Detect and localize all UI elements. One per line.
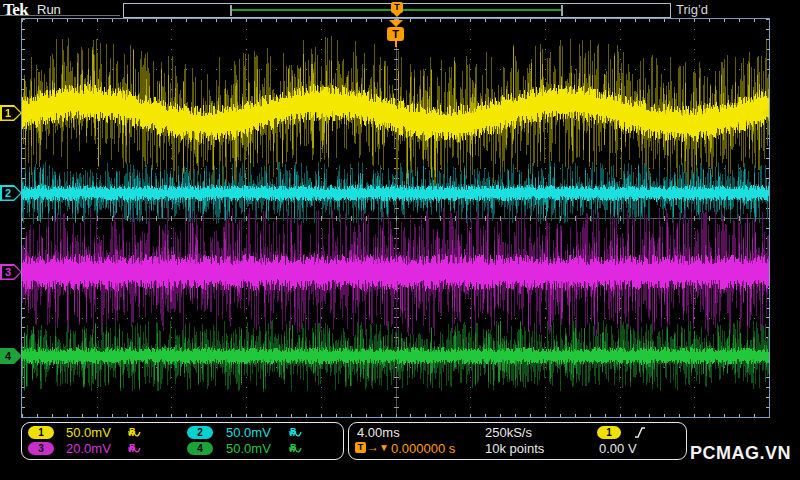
arrow-right-icon: → [367,440,379,454]
tek-logo: Tek [3,0,28,20]
channel-readouts-box: 1 50.0mV BW 2 50.0mV BW 3 20.0mV BW 4 50… [21,422,344,460]
trigger-status: Trig’d [676,2,708,17]
channel-2-badge[interactable]: 2 [187,426,213,439]
channel-2-marker[interactable]: 2 [0,185,22,201]
triangle-down-icon [393,13,401,17]
channel-4-marker[interactable]: 4 [0,348,22,364]
trigger-level-arrow-icon[interactable] [760,108,769,118]
triangle-down-icon [389,20,403,27]
trigger-position-marker[interactable]: T [375,20,416,47]
channel-3-scale: 20.0mV [66,441,111,456]
trigger-position-readout: 0.000000 s [391,441,455,456]
channel-3-marker-label: 3 [0,264,16,280]
sample-rate-readout: 250kS/s [485,425,532,440]
trigger-source-badge[interactable]: 1 [597,426,621,439]
record-length-readout: 10k points [485,441,544,456]
channel-4-scale: 50.0mV [226,441,271,456]
channel-1-badge[interactable]: 1 [28,426,54,439]
channel-1-scale: 50.0mV [66,425,111,440]
channel-3-marker[interactable]: 3 [0,264,22,280]
channel-1-marker-label: 1 [0,105,16,121]
oscilloscope-screen: Tek Run T Trig’d T 1 2 3 4 [0,0,800,480]
record-trigger-marker[interactable]: T [391,2,403,17]
topbar-divider [0,15,120,16]
horizontal-trigger-readouts-box: 4.00ms 250kS/s 1 T → ▼ 0.000000 s 10k po… [348,422,687,460]
graticule: T [21,18,770,418]
acquisition-record-bar: T [123,3,671,18]
trigger-marker-stem [395,41,397,47]
channel-2-marker-label: 2 [0,185,16,201]
trigger-t-icon: T [387,27,404,41]
record-window-bracket-left [230,5,232,16]
channel-1-marker[interactable]: 1 [0,105,22,121]
channel-4-coupling-bw-icon: BW [289,442,302,454]
trigger-level-readout: 0.00 V [599,441,637,456]
channel-4-badge[interactable]: 4 [187,442,213,455]
trigger-t-icon: T [355,442,366,453]
trigger-t-icon: T [391,2,403,13]
channel-3-badge[interactable]: 3 [28,442,54,455]
timebase-readout: 4.00ms [357,425,400,440]
channel-3-coupling-bw-icon: BW [128,442,141,454]
channel-2-coupling-bw-icon: BW [289,426,302,438]
channel-2-scale: 50.0mV [226,425,271,440]
triangle-down-icon: ▼ [379,442,389,453]
channel-4-marker-label: 4 [0,348,16,364]
waveform-display [22,19,769,417]
watermark: PCMAG.VN [690,443,791,464]
record-window-bracket-right [561,5,563,16]
channel-1-coupling-bw-icon: BW [128,426,141,438]
